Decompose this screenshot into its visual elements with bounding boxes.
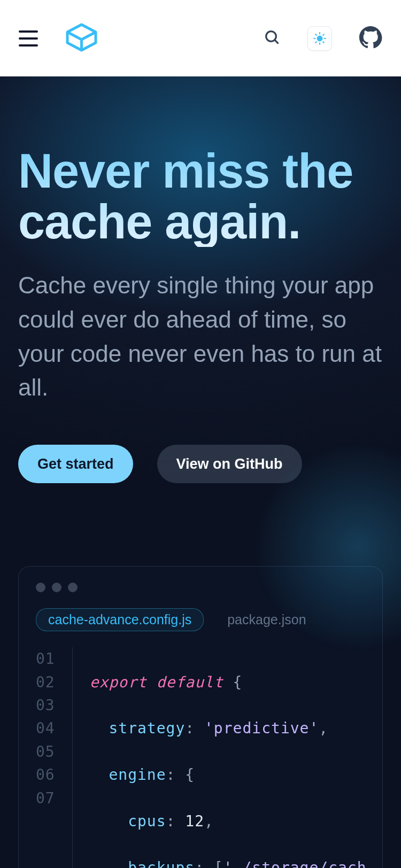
- tab-package-json[interactable]: package.json: [227, 612, 306, 627]
- view-github-button[interactable]: View on GitHub: [157, 445, 302, 483]
- code-lines: export default { strategy: 'predictive',…: [73, 647, 365, 868]
- svg-line-9: [315, 42, 317, 43]
- hero-title: Never miss the cache again.: [18, 146, 383, 247]
- code-window: cache-advance.config.js package.json 01 …: [18, 566, 383, 868]
- code-tabs: cache-advance.config.js package.json: [19, 592, 382, 631]
- window-traffic-lights: [19, 583, 382, 592]
- sun-icon: [313, 32, 327, 45]
- svg-line-5: [315, 34, 317, 35]
- tab-config[interactable]: cache-advance.config.js: [36, 608, 204, 631]
- brand-logo[interactable]: [65, 22, 98, 55]
- menu-icon[interactable]: [19, 30, 38, 46]
- get-started-button[interactable]: Get started: [18, 445, 133, 483]
- hero-section: Never miss the cache again. Cache every …: [0, 76, 401, 868]
- code-body: 01 02 03 04 05 06 07 export default { st…: [19, 647, 382, 868]
- line-gutter: 01 02 03 04 05 06 07: [36, 647, 73, 868]
- svg-line-1: [275, 40, 278, 43]
- top-nav: [0, 0, 401, 76]
- svg-line-10: [323, 34, 324, 35]
- svg-line-6: [323, 42, 324, 43]
- theme-toggle[interactable]: [307, 26, 332, 51]
- github-icon[interactable]: [359, 26, 382, 51]
- search-icon[interactable]: [264, 29, 281, 48]
- svg-point-2: [318, 36, 322, 41]
- cta-row: Get started View on GitHub: [18, 445, 383, 483]
- hero-subtitle: Cache every single thing your app could …: [18, 268, 383, 405]
